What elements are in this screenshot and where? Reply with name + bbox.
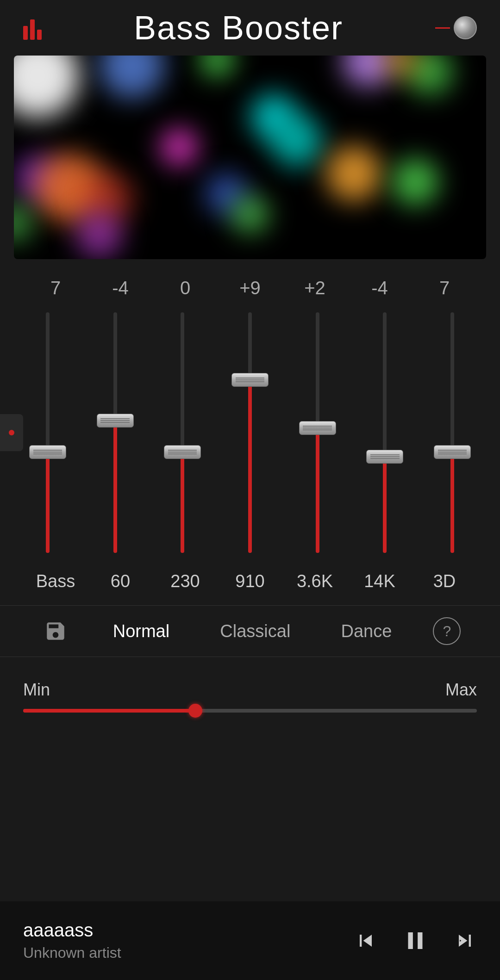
slider-track-container-6[interactable] [429,312,475,553]
eq-value-6: 7 [421,278,468,298]
track-info: aaaaass Unknown artist [23,920,354,961]
bars-icon [23,16,42,40]
slider-track-6[interactable] [450,312,454,553]
slider-thumb-5[interactable] [366,450,403,464]
help-button[interactable]: ? [433,617,461,645]
orb-7 [161,129,198,166]
slider-thumb-3[interactable] [231,373,269,387]
eq-value-5: -4 [356,278,403,298]
help-icon: ? [443,623,451,640]
eq-expand-button[interactable] [0,414,23,451]
eq-value-1: -4 [97,278,144,298]
bass-boost-slider[interactable] [23,709,477,713]
slider-track-container-5[interactable] [362,312,408,553]
now-playing-bar: aaaaass Unknown artist [0,901,500,980]
slider-fill-1 [113,421,117,553]
eq-sliders [0,303,500,562]
slider-thumb-2[interactable] [164,445,201,459]
prev-button[interactable] [354,929,378,953]
orb-1 [100,56,164,98]
slider-fill-6 [450,452,454,553]
eq-value-0: 7 [32,278,79,298]
slider-track-container-2[interactable] [159,312,206,553]
preset-normal-button[interactable]: Normal [104,617,179,646]
bass-boost-section: Min Max [0,657,500,726]
pause-button[interactable] [401,926,430,955]
slider-track-4[interactable] [316,312,319,553]
slider-230[interactable] [159,312,206,553]
orb-12 [326,146,381,201]
track-artist: Unknown artist [23,944,354,961]
slider-36k[interactable] [294,312,341,553]
eq-label-1: 60 [97,571,144,591]
header: Bass Booster [0,0,500,51]
prev-icon [354,929,378,953]
orb-15 [231,196,269,233]
eq-labels-row: Bass 60 230 910 3.6K 14K 3D [0,562,500,605]
next-button[interactable] [453,929,477,953]
slider-fill-2 [181,452,184,553]
slider-fill-5 [383,457,387,553]
eq-label-4: 3.6K [292,571,338,591]
slider-thumb-4[interactable] [299,421,336,435]
slider-3d[interactable] [429,312,475,553]
slider-fill-0 [46,452,50,553]
eq-value-3: +9 [227,278,273,298]
next-icon [453,929,477,953]
slider-track-1[interactable] [113,312,117,553]
eq-label-3: 910 [227,571,273,591]
slider-fill-3 [248,380,252,553]
slider-track-3[interactable] [248,312,252,553]
eq-label-2: 230 [162,571,208,591]
eq-label-6: 3D [421,571,468,591]
pause-icon [401,926,430,955]
orb-2 [201,56,233,76]
orb-16 [14,204,32,241]
player-controls [354,926,477,955]
orb-13 [392,159,438,205]
eq-values-row: 7 -4 0 +9 +2 -4 7 [0,264,500,303]
eq-dot [9,430,14,435]
eq-label-5: 14K [356,571,403,591]
save-preset-button[interactable] [39,615,72,647]
visualizer [14,56,486,259]
viz-canvas [14,56,486,259]
eq-value-2: 0 [162,278,208,298]
orb-8 [272,116,323,167]
slider-thumb-6[interactable] [434,445,471,459]
bass-max-label: Max [445,680,477,700]
save-icon [44,620,67,643]
volume-knob[interactable] [435,19,477,37]
knob-circle[interactable] [454,16,477,39]
slider-track-container-1[interactable] [92,312,138,553]
bass-slider-thumb[interactable] [188,704,202,718]
slider-bass[interactable] [25,312,71,553]
eq-label-0: Bass [32,571,79,591]
slider-track-2[interactable] [181,312,184,553]
track-title: aaaaass [23,920,354,941]
slider-thumb-1[interactable] [97,414,134,428]
bass-slider-fill [23,709,195,713]
bass-boost-labels: Min Max [23,680,477,700]
knob-line [435,27,450,29]
slider-fill-4 [316,428,319,553]
slider-thumb-0[interactable] [29,445,66,459]
slider-track-5[interactable] [383,312,387,553]
slider-track-container-4[interactable] [294,312,341,553]
bass-min-label: Min [23,680,50,700]
preset-classical-button[interactable]: Classical [211,617,300,646]
orb-17 [76,211,122,258]
orb-0 [14,56,79,118]
slider-track-container-3[interactable] [227,312,273,553]
slider-60[interactable] [92,312,138,553]
slider-14k[interactable] [362,312,408,553]
presets-row: Normal Classical Dance ? [0,605,500,657]
preset-dance-button[interactable]: Dance [331,617,401,646]
slider-910[interactable] [227,312,273,553]
page-title: Bass Booster [134,9,343,47]
slider-track-0[interactable] [46,312,50,553]
slider-track-container-0[interactable] [25,312,71,553]
eq-value-4: +2 [292,278,338,298]
